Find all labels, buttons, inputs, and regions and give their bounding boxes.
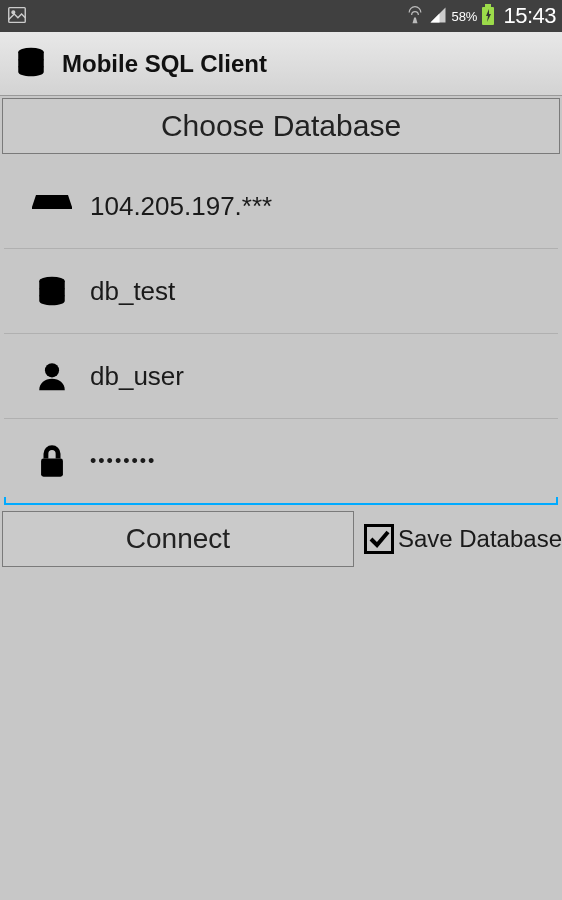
svg-point-6 — [45, 363, 59, 377]
database-field[interactable]: db_test — [4, 249, 558, 334]
lock-icon — [32, 441, 72, 481]
app-bar: Mobile SQL Client — [0, 32, 562, 96]
password-field[interactable]: •••••••• — [4, 419, 558, 505]
save-database-checkbox[interactable] — [364, 524, 394, 554]
choose-database-button[interactable]: Choose Database — [2, 98, 560, 154]
battery-percentage: 58% — [451, 9, 477, 24]
signal-icon — [429, 6, 447, 27]
image-notification-icon — [6, 4, 28, 29]
action-row: Connect Save Database — [0, 509, 562, 569]
password-value: •••••••• — [90, 451, 156, 472]
database-icon — [32, 271, 72, 311]
user-value: db_user — [90, 361, 184, 392]
user-icon — [32, 356, 72, 396]
database-value: db_test — [90, 276, 175, 307]
android-status-bar: 58% 15:43 — [0, 0, 562, 32]
server-value: 104.205.197.*** — [90, 191, 272, 222]
svg-rect-7 — [41, 459, 63, 477]
checkmark-icon — [367, 525, 391, 553]
database-icon — [14, 45, 48, 83]
server-icon — [32, 186, 72, 226]
connect-button[interactable]: Connect — [2, 511, 354, 567]
battery-charging-icon — [481, 4, 495, 29]
choose-database-label: Choose Database — [161, 109, 401, 143]
connection-form: 104.205.197.*** db_test db_user •••••••• — [0, 156, 562, 505]
hotspot-icon — [405, 5, 425, 28]
save-database-label: Save Database — [398, 525, 562, 553]
connect-label: Connect — [126, 523, 230, 555]
svg-rect-3 — [485, 4, 491, 7]
status-time: 15:43 — [503, 3, 556, 29]
server-field[interactable]: 104.205.197.*** — [4, 164, 558, 249]
save-database-option[interactable]: Save Database — [356, 509, 562, 569]
app-title: Mobile SQL Client — [62, 50, 267, 78]
user-field[interactable]: db_user — [4, 334, 558, 419]
